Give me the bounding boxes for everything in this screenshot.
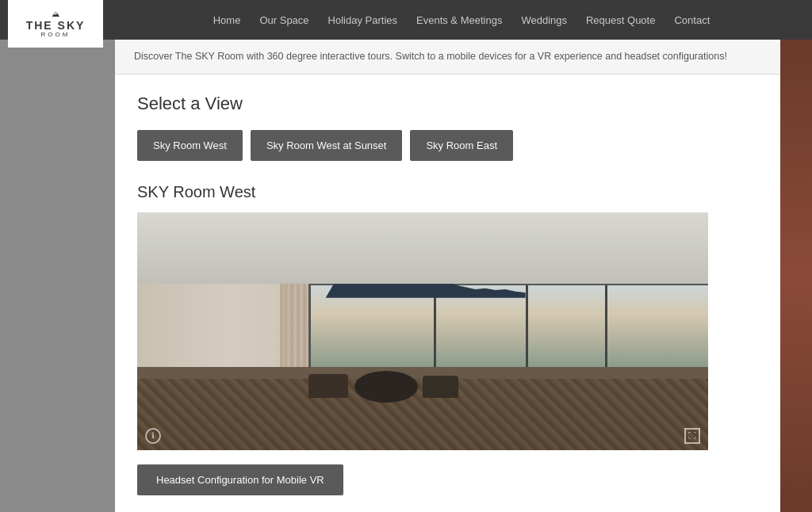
nav-weddings[interactable]: Weddings <box>521 14 567 26</box>
nav-contact[interactable]: Contact <box>674 14 710 26</box>
view-btn-west-sunset[interactable]: Sky Room West at Sunset <box>251 130 403 161</box>
main-content: Discover The SKY Room with 360 degree in… <box>115 40 780 512</box>
panoramic-fullscreen-icon[interactable] <box>684 428 700 444</box>
nav-request-quote[interactable]: Request Quote <box>586 14 655 26</box>
panoramic-image <box>137 212 708 450</box>
logo-text: THE SKY <box>26 20 86 31</box>
nav-our-space[interactable]: Our Space <box>259 14 308 26</box>
logo-subtext: ROOM <box>41 31 71 38</box>
room-title: SKY Room West <box>137 183 758 201</box>
description-text: Discover The SKY Room with 360 degree in… <box>134 51 727 62</box>
panoramic-viewer[interactable] <box>137 212 708 450</box>
panoramic-info-icon[interactable] <box>145 428 161 444</box>
logo-skyline-icon: ⛰ <box>52 10 59 18</box>
logo[interactable]: ⛰ THE SKY ROOM <box>8 0 103 48</box>
select-view-title: Select a View <box>137 94 758 114</box>
nav-events-meetings[interactable]: Events & Meetings <box>416 14 502 26</box>
description-bar: Discover The SKY Room with 360 degree in… <box>115 40 780 75</box>
right-sidebar <box>780 40 812 512</box>
vr-headset-button[interactable]: Headset Configuration for Mobile VR <box>137 464 343 495</box>
page-wrapper: Discover The SKY Room with 360 degree in… <box>0 40 812 512</box>
ceiling <box>137 212 708 284</box>
navigation: ⛰ THE SKY ROOM Home Our Space Holiday Pa… <box>0 0 812 40</box>
content-area: Select a View Sky Room West Sky Room Wes… <box>115 75 780 512</box>
view-btn-east[interactable]: Sky Room East <box>410 130 513 161</box>
left-sidebar <box>0 40 115 512</box>
nav-holiday-parties[interactable]: Holiday Parties <box>328 14 397 26</box>
view-buttons: Sky Room West Sky Room West at Sunset Sk… <box>137 130 758 161</box>
table <box>354 371 418 403</box>
nav-links: Home Our Space Holiday Parties Events & … <box>127 14 796 26</box>
nav-home[interactable]: Home <box>213 14 241 26</box>
chair-1 <box>308 374 348 398</box>
view-btn-west[interactable]: Sky Room West <box>137 130 243 161</box>
chair-2 <box>423 376 458 398</box>
